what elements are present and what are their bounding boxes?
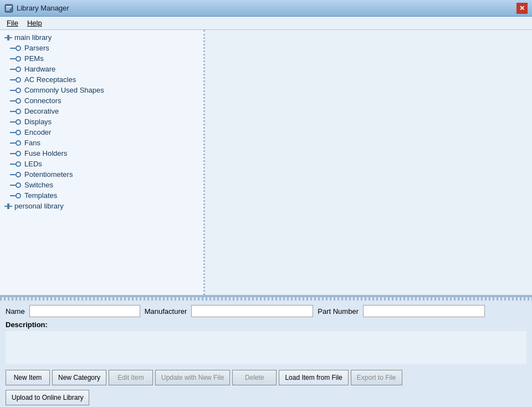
tree-item-ac-receptacles[interactable]: AC Receptacles bbox=[0, 74, 203, 85]
tree-item-fuse-holders[interactable]: Fuse Holders bbox=[0, 148, 203, 159]
preview-panel bbox=[205, 30, 532, 295]
tree-item-connectors[interactable]: Connectors bbox=[0, 95, 203, 106]
tree-node-icon bbox=[16, 130, 21, 135]
tree-item-leds[interactable]: LEDs bbox=[0, 159, 203, 169]
tree-item-label: Hardware bbox=[24, 65, 55, 73]
tree-item-label: LEDs bbox=[24, 160, 42, 168]
tree-node-icon bbox=[16, 161, 21, 167]
tree-item-fans[interactable]: Fans bbox=[0, 138, 203, 148]
tree-item-switches[interactable]: Switches bbox=[0, 180, 203, 190]
description-label: Description: bbox=[0, 319, 532, 330]
tree-node-icon bbox=[16, 109, 21, 114]
new-category-button[interactable]: New Category bbox=[52, 370, 106, 385]
tree-panel: main library Parsers PEMs Hardware AC Re… bbox=[0, 30, 205, 295]
tree-item-label: Displays bbox=[24, 118, 52, 126]
tree-personal-label: personal library bbox=[14, 202, 64, 210]
new-item-button[interactable]: New Item bbox=[6, 370, 50, 385]
tree-node-icon bbox=[16, 172, 21, 177]
tree-node-icon bbox=[16, 88, 21, 93]
menu-file[interactable]: File bbox=[2, 18, 23, 28]
tree-item-label: Parsers bbox=[24, 44, 49, 52]
title-bar-left: Library Manager bbox=[4, 4, 69, 13]
description-area bbox=[6, 331, 526, 364]
tree-item-parsers[interactable]: Parsers bbox=[0, 43, 203, 53]
tree-item-label: PEMs bbox=[24, 54, 44, 63]
load-item-from-file-button[interactable]: Load Item from File bbox=[279, 370, 348, 385]
tree-item-commonly-used-shapes[interactable]: Commonly Used Shapes bbox=[0, 85, 203, 95]
tree-item-label: Connectors bbox=[24, 96, 61, 105]
buttons-row-1: New Item New Category Edit Item Update w… bbox=[0, 365, 532, 390]
tree-node-icon bbox=[16, 119, 21, 125]
part-number-input[interactable] bbox=[363, 305, 485, 317]
tree-node-icon bbox=[16, 151, 21, 156]
manufacturer-label: Manufacturer bbox=[145, 307, 187, 316]
tree-item-displays[interactable]: Displays bbox=[0, 116, 203, 127]
tree-root-personal-library[interactable]: personal library bbox=[0, 201, 203, 211]
tree-item-potentiometers[interactable]: Potentiometers bbox=[0, 169, 203, 180]
tree-item-label: Encoder bbox=[24, 128, 51, 136]
name-input[interactable] bbox=[29, 305, 140, 317]
form-row: Name Manufacturer Part Number bbox=[0, 301, 532, 319]
tree-root-label: main library bbox=[14, 33, 52, 42]
tree-item-templates[interactable]: Templates bbox=[0, 190, 203, 201]
tree-item-label: Decorative bbox=[24, 107, 59, 115]
bottom-section: Name Manufacturer Part Number Descriptio… bbox=[0, 296, 532, 407]
name-label: Name bbox=[6, 307, 25, 316]
tree-item-label: Switches bbox=[24, 181, 53, 189]
title-bar: Library Manager ✕ bbox=[0, 0, 532, 17]
menu-help[interactable]: Help bbox=[23, 18, 47, 28]
svg-rect-3 bbox=[6, 9, 9, 11]
update-with-new-file-button[interactable]: Update with New File bbox=[155, 370, 230, 385]
main-content: main library Parsers PEMs Hardware AC Re… bbox=[0, 30, 532, 296]
tree-expand-icon bbox=[4, 202, 12, 210]
tree-item-label: Fuse Holders bbox=[24, 149, 67, 157]
app-icon bbox=[4, 4, 13, 13]
tree-node-icon bbox=[16, 45, 21, 51]
tree-expand-icon bbox=[4, 34, 12, 42]
close-button[interactable]: ✕ bbox=[516, 3, 528, 14]
tree-item-label: Potentiometers bbox=[24, 170, 73, 179]
tree-item-label: AC Receptacles bbox=[24, 75, 76, 84]
tree-item-label: Fans bbox=[24, 139, 40, 147]
tree-item-encoder[interactable]: Encoder bbox=[0, 127, 203, 138]
export-to-file-button[interactable]: Export to File bbox=[351, 370, 402, 385]
tree-node-icon bbox=[16, 56, 21, 62]
tree-node-icon bbox=[16, 98, 21, 104]
tree-node-icon bbox=[16, 77, 21, 83]
tree-node-icon bbox=[16, 140, 21, 146]
svg-rect-2 bbox=[6, 8, 11, 9]
upload-to-online-library-button[interactable]: Upload to Online Library bbox=[6, 390, 89, 405]
buttons-row-2: Upload to Online Library bbox=[0, 390, 532, 407]
tree-root-main-library[interactable]: main library bbox=[0, 32, 203, 43]
svg-rect-1 bbox=[6, 6, 12, 7]
tree-item-hardware[interactable]: Hardware bbox=[0, 64, 203, 74]
tree-item-label: Commonly Used Shapes bbox=[24, 86, 104, 94]
tree-node-icon bbox=[16, 67, 21, 72]
menu-bar: File Help bbox=[0, 17, 532, 30]
tree-item-decorative[interactable]: Decorative bbox=[0, 106, 203, 116]
tree-node-icon bbox=[16, 182, 21, 188]
part-number-label: Part Number bbox=[318, 307, 359, 316]
window-title: Library Manager bbox=[17, 4, 69, 12]
tree-item-label: Templates bbox=[24, 191, 57, 200]
edit-item-button[interactable]: Edit Item bbox=[109, 370, 153, 385]
tree-item-pems[interactable]: PEMs bbox=[0, 53, 203, 64]
tree-node-icon bbox=[16, 193, 21, 199]
manufacturer-input[interactable] bbox=[191, 305, 313, 317]
delete-button[interactable]: Delete bbox=[232, 370, 277, 385]
